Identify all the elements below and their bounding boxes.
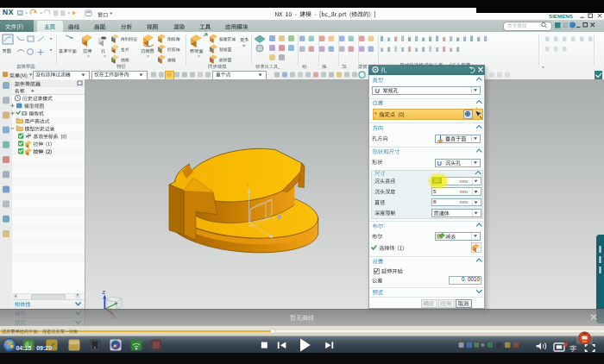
svg-text:04:15 / 09:29: 04:15 / 09:29	[16, 345, 52, 351]
